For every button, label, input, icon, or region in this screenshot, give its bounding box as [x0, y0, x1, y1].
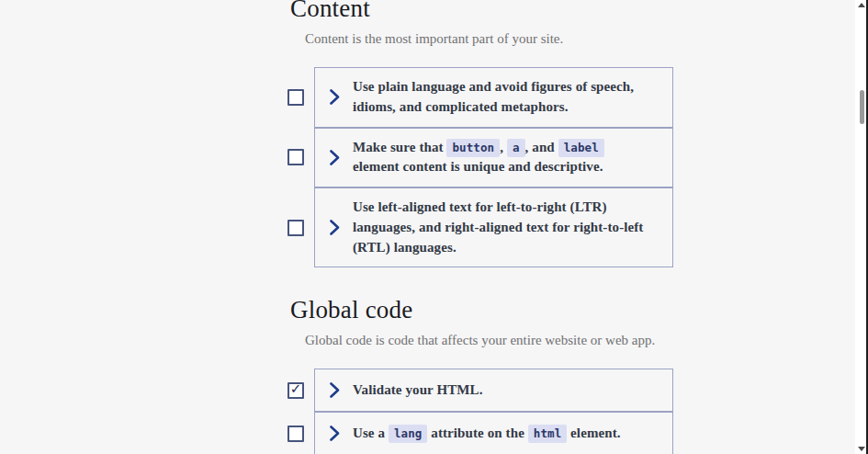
checklist-main: ContentContent is the most important par…	[287, 0, 673, 454]
item-text: Use left-aligned text for left-to-right …	[353, 198, 645, 257]
scroll-up-arrow-icon[interactable]	[858, 3, 865, 7]
checklist-items: ✓Validate your HTML.Use a lang attribute…	[287, 369, 673, 454]
inline-code: lang	[389, 425, 428, 443]
chevron-right-icon[interactable]	[330, 150, 340, 165]
item-checkbox[interactable]: ✓	[287, 382, 304, 399]
checklist-row: ✓Validate your HTML.	[287, 369, 673, 412]
section-title: Global code	[290, 296, 673, 324]
item-checkbox[interactable]	[287, 149, 304, 165]
checklist-row: Make sure that button, a, and label elem…	[287, 128, 673, 188]
inline-code: html	[528, 425, 568, 443]
checklist-items: Use plain language and avoid figures of …	[287, 67, 673, 267]
chevron-right-icon[interactable]	[330, 89, 340, 105]
chevron-right-icon[interactable]	[330, 220, 340, 235]
section-description: Global code is code that affects your en…	[305, 333, 673, 348]
inline-code: a	[507, 139, 525, 157]
checklist-row: Use a lang attribute on the html element…	[287, 412, 673, 454]
section-title: Content	[290, 0, 673, 23]
chevron-right-icon[interactable]	[330, 382, 340, 398]
vertical-scrollbar[interactable]	[855, 0, 868, 454]
checkmark-icon: ✓	[290, 382, 302, 396]
item-checkbox[interactable]	[287, 426, 304, 442]
item-card[interactable]: Make sure that button, a, and label elem…	[314, 128, 673, 188]
item-text: Use a lang attribute on the html element…	[353, 424, 621, 444]
section-description: Content is the most important part of yo…	[305, 31, 673, 47]
item-card[interactable]: Use plain language and avoid figures of …	[314, 67, 673, 128]
item-text: Validate your HTML.	[353, 380, 483, 401]
item-text: Use plain language and avoid figures of …	[353, 77, 645, 118]
item-card[interactable]: Use left-aligned text for left-to-right …	[314, 187, 673, 267]
inline-code: button	[446, 139, 500, 157]
chevron-right-icon[interactable]	[330, 426, 340, 441]
item-checkbox[interactable]	[287, 89, 304, 106]
scroll-down-arrow-icon[interactable]	[858, 447, 865, 451]
checklist-section-1: Global codeGlobal code is code that affe…	[287, 296, 673, 454]
item-checkbox[interactable]	[287, 220, 304, 236]
item-card[interactable]: Use a lang attribute on the html element…	[314, 412, 673, 454]
item-card[interactable]: Validate your HTML.	[314, 369, 673, 412]
scrollbar-thumb[interactable]	[860, 90, 864, 124]
inline-code: label	[558, 139, 604, 157]
checklist-row: Use left-aligned text for left-to-right …	[287, 187, 673, 267]
checklist-row: Use plain language and avoid figures of …	[287, 67, 673, 128]
checklist-section-0: ContentContent is the most important par…	[287, 0, 673, 267]
item-text: Make sure that button, a, and label elem…	[353, 138, 645, 178]
